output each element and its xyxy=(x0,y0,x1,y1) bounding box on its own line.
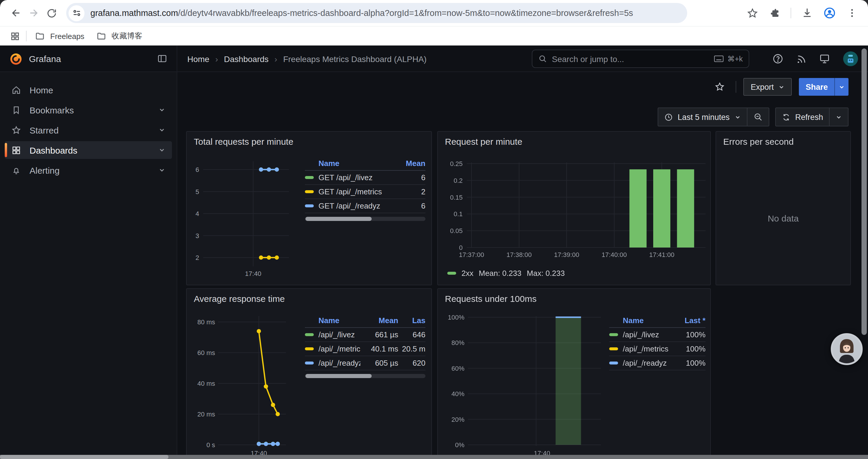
legend-row[interactable]: GET /api/_/metrics2 xyxy=(305,185,426,199)
legend-column-header[interactable]: Las xyxy=(398,316,426,325)
series-name[interactable]: GET /api/_/livez xyxy=(318,173,373,182)
panel-title[interactable]: Average response time xyxy=(194,294,285,304)
series-color-pill[interactable] xyxy=(305,205,314,207)
search-input[interactable]: Search or jump to... ⌘+k xyxy=(532,50,749,68)
timeseries-chart[interactable]: 0 s20 ms40 ms60 ms80 ms17:40 xyxy=(191,310,315,459)
share-label[interactable]: Share xyxy=(799,78,834,96)
series-name[interactable]: /api/_/metrics xyxy=(318,345,361,353)
favorite-dashboard-button[interactable] xyxy=(711,78,729,96)
assistant-avatar[interactable] xyxy=(831,333,863,365)
share-menu-button[interactable] xyxy=(834,78,848,96)
reload-button[interactable] xyxy=(42,4,60,22)
series-color-pill[interactable] xyxy=(305,191,314,193)
chevron-down-icon[interactable] xyxy=(158,126,165,133)
legend-column-header[interactable]: Name xyxy=(609,316,673,325)
help-icon[interactable] xyxy=(772,53,783,64)
series-color-pill[interactable] xyxy=(305,333,314,336)
legend-scrollbar[interactable] xyxy=(305,217,426,221)
panel-title[interactable]: Total requests per minute xyxy=(194,136,293,146)
page-vertical-scrollbar[interactable] xyxy=(862,48,867,335)
url-bar[interactable]: grafana.mathmast.com/d/deytv4rwavabkb/fr… xyxy=(66,3,687,23)
sidebar-toggle-button[interactable] xyxy=(157,54,167,64)
refresh-interval-button[interactable] xyxy=(829,108,848,126)
sidebar-item-dashboards[interactable]: Dashboards xyxy=(5,141,172,159)
legend-row[interactable]: GET /api/_/livez6 xyxy=(305,171,426,185)
time-controls: Last 5 minutes Refresh xyxy=(658,107,848,126)
bar-chart[interactable]: 0%20%40%60%80%100%17:40 xyxy=(442,310,611,459)
horizontal-scrollbar-thumb[interactable] xyxy=(0,455,168,459)
apps-grid-button[interactable] xyxy=(6,27,24,45)
page-horizontal-scrollbar[interactable] xyxy=(0,455,868,459)
forward-button[interactable] xyxy=(25,4,42,22)
legend-scrollbar-thumb[interactable] xyxy=(306,374,372,378)
series-name[interactable]: GET /api/_/readyz xyxy=(318,201,380,210)
time-range-picker[interactable]: Last 5 minutes xyxy=(658,108,747,126)
sidebar-item-alerting[interactable]: Alerting xyxy=(5,161,172,179)
legend-row[interactable]: /api/_/livez100% xyxy=(609,328,706,342)
bar-chart[interactable]: 00.050.10.150.20.2517:37:0017:38:0017:39… xyxy=(442,153,709,265)
legend-column-header[interactable]: Mean xyxy=(361,316,398,325)
series-color-pill[interactable] xyxy=(305,348,314,350)
chevron-down-icon[interactable] xyxy=(158,146,165,154)
series-name[interactable]: /api/_/readyz xyxy=(318,359,361,367)
downloads-button[interactable] xyxy=(798,4,816,22)
legend-scrollbar-thumb[interactable] xyxy=(306,217,372,221)
legend-column-header[interactable]: Name xyxy=(305,316,361,325)
series-name[interactable]: /api/_/readyz xyxy=(623,359,667,367)
series-name[interactable]: /api/_/livez xyxy=(318,330,355,339)
series-color-pill[interactable] xyxy=(609,348,618,350)
breadcrumb-home[interactable]: Home xyxy=(187,54,210,64)
kiosk-monitor-icon[interactable] xyxy=(819,53,830,64)
refresh-button[interactable]: Refresh xyxy=(776,108,829,126)
legend-row[interactable]: /api/_/metrics40.1 ms20.5 m xyxy=(305,342,426,356)
browser-menu-button[interactable] xyxy=(843,4,861,22)
legend-column-header[interactable]: Name xyxy=(305,159,392,168)
legend-column-header[interactable]: Last * xyxy=(673,316,706,325)
legend-row[interactable]: /api/_/readyz100% xyxy=(609,356,706,370)
share-button[interactable]: Share xyxy=(799,78,848,96)
back-button[interactable] xyxy=(7,4,25,22)
extensions-button[interactable] xyxy=(766,4,783,22)
export-button[interactable]: Export xyxy=(744,78,792,96)
chevron-down-icon[interactable] xyxy=(158,167,165,174)
series-color-pill[interactable] xyxy=(609,333,618,336)
breadcrumb-dashboards[interactable]: Dashboards xyxy=(224,54,269,64)
legend-row[interactable]: GET /api/_/readyz6 xyxy=(305,199,426,213)
series-name[interactable]: /api/_/livez xyxy=(623,330,659,339)
series-color-pill[interactable] xyxy=(305,176,314,179)
series-name[interactable]: 2xx xyxy=(462,269,473,277)
puzzle-icon xyxy=(769,7,780,19)
user-avatar[interactable] xyxy=(843,51,859,67)
svg-text:17:38:00: 17:38:00 xyxy=(506,251,532,258)
series-color-pill[interactable] xyxy=(305,362,314,364)
zoom-out-button[interactable] xyxy=(747,108,769,126)
legend-column-header[interactable]: Mean xyxy=(392,159,426,168)
series-color-pill[interactable] xyxy=(609,362,618,364)
legend-row[interactable]: /api/_/metrics100% xyxy=(609,342,706,356)
legend-inline[interactable]: 2xx Mean: 0.233 Max: 0.233 xyxy=(447,269,565,277)
panel-title[interactable]: Requests under 100ms xyxy=(445,294,536,304)
legend-row[interactable]: /api/_/livez661 µs646 xyxy=(305,328,426,342)
timeseries-chart[interactable]: 2345617:40 xyxy=(191,153,315,281)
bookmark-folder-freeleaps[interactable]: Freeleaps xyxy=(29,29,90,43)
profile-button[interactable] xyxy=(821,4,838,22)
news-rss-icon[interactable] xyxy=(796,54,807,64)
panel-title[interactable]: Request per minute xyxy=(445,136,522,146)
bookmark-folder-blogs[interactable]: 收藏博客 xyxy=(90,29,148,43)
legend-scrollbar[interactable] xyxy=(305,374,426,378)
breadcrumb-separator-icon: › xyxy=(215,54,218,64)
legend-value-mean: 6 xyxy=(392,201,426,210)
bookmark-star-button[interactable] xyxy=(743,4,761,22)
series-color-pill[interactable] xyxy=(447,272,456,275)
sidebar-item-bookmarks[interactable]: Bookmarks xyxy=(5,101,172,119)
sidebar-item-home[interactable]: Home xyxy=(5,81,172,99)
site-settings-icon[interactable] xyxy=(68,5,85,21)
chevron-down-icon[interactable] xyxy=(158,106,165,113)
sidebar: Home Bookmarks Starred Dashboards Alerti… xyxy=(0,72,177,459)
sidebar-item-starred[interactable]: Starred xyxy=(5,121,172,139)
panel-title[interactable]: Errors per second xyxy=(723,136,794,146)
series-name[interactable]: GET /api/_/metrics xyxy=(318,187,382,196)
series-name[interactable]: /api/_/metrics xyxy=(623,345,669,353)
panel-left-icon xyxy=(157,54,167,64)
legend-row[interactable]: /api/_/readyz605 µs620 xyxy=(305,356,426,370)
